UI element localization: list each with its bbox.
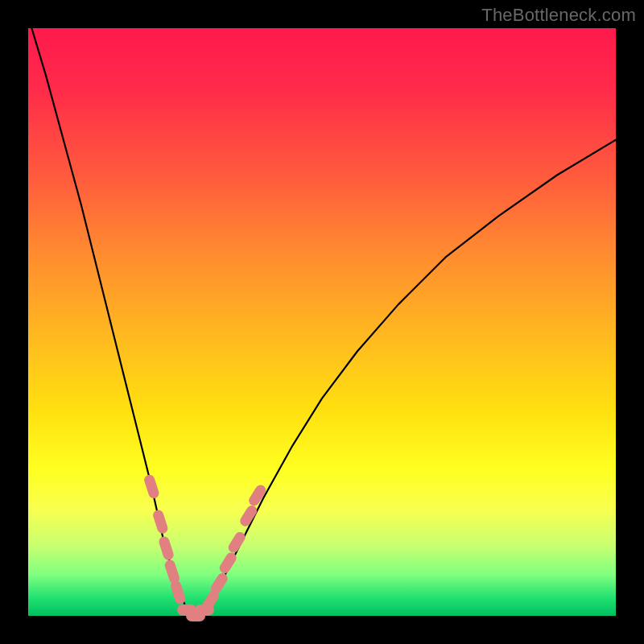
curve-markers <box>142 473 267 621</box>
curve-marker <box>158 535 175 562</box>
chart-svg <box>28 28 616 616</box>
curve-marker <box>195 605 214 616</box>
curve-marker <box>226 530 247 555</box>
curve-marker <box>163 559 181 585</box>
bottleneck-curve <box>28 16 616 616</box>
curve-marker <box>142 473 160 500</box>
curve-marker <box>238 504 259 529</box>
curve-marker <box>151 509 169 535</box>
watermark-text: TheBottleneck.com <box>481 5 636 26</box>
curve-marker <box>169 580 187 606</box>
plot-area <box>28 28 616 616</box>
chart-frame: TheBottleneck.com <box>0 0 644 644</box>
